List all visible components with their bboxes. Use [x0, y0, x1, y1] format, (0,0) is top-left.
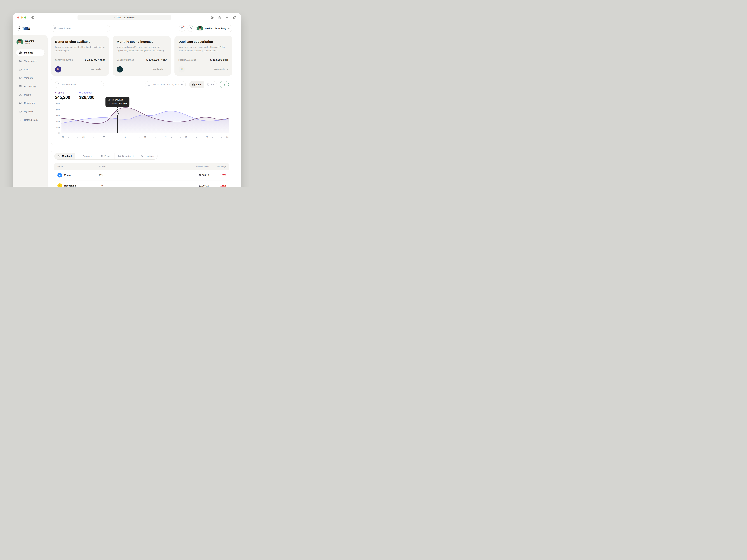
map-pin-icon: [140, 155, 143, 158]
people-icon: [100, 155, 103, 158]
x-tick-label: 21: [164, 136, 167, 138]
table-row-zoom[interactable]: Zoom 27% $2,865.10 ↑ 125%: [54, 170, 229, 181]
col-spend-pct: % Spend: [99, 165, 113, 167]
line-view-button[interactable]: Line: [189, 81, 204, 88]
see-details-link[interactable]: See details: [90, 68, 105, 71]
logo-text: filllo: [22, 26, 30, 31]
minimize-window-button[interactable]: [21, 17, 23, 19]
chart-tooltip: Spend: $45,200k Cash back: $26,300k: [105, 97, 129, 107]
chart-type-toggle: Line Bar: [189, 81, 217, 88]
sidebar-item-accounting[interactable]: Accounting: [16, 83, 45, 89]
sidebar-toggle-icon[interactable]: [30, 15, 35, 20]
x-tick: [135, 137, 135, 138]
notifications-button[interactable]: [187, 25, 194, 32]
sidebar-item-people[interactable]: People: [16, 91, 45, 98]
insight-card-better-pricing: Better pricing available Lower your annu…: [51, 36, 109, 76]
tab-marchant[interactable]: Marchant: [54, 153, 75, 159]
search-input[interactable]: [58, 27, 107, 30]
tab-department[interactable]: Department: [115, 153, 137, 159]
x-tick: [89, 137, 89, 138]
app-header: filllo Washim Chowdhury: [13, 22, 241, 35]
table-row-basecamp[interactable]: Basecamp 27% $2,356.10 ↑ 125%: [54, 181, 229, 187]
x-tick: [77, 137, 78, 138]
sidebar-item-transactions[interactable]: $ Transactions: [16, 58, 45, 64]
chart-filter-input[interactable]: [61, 83, 101, 86]
url-text: filllo-Finance.com: [117, 16, 135, 19]
basecamp-vendor-icon: [57, 183, 62, 187]
back-button[interactable]: [37, 15, 42, 20]
user-menu[interactable]: Washim Chowdhury: [196, 25, 232, 32]
spend-pct-value: 27%: [99, 185, 113, 187]
zoom-window-button[interactable]: [24, 17, 26, 19]
profile-name: Washim: [25, 39, 34, 42]
microsoft-icon: [179, 66, 185, 73]
sidebar-item-card[interactable]: Card: [16, 66, 45, 73]
spend-dot: [55, 92, 56, 93]
see-details-link[interactable]: See details: [213, 68, 228, 71]
x-tick: [217, 137, 217, 138]
wallet-icon: [19, 110, 22, 113]
global-search[interactable]: [51, 25, 110, 32]
cashback-label: Cashback: [82, 91, 92, 94]
bar-chart-icon: [206, 83, 209, 86]
data-point-marker[interactable]: [116, 109, 119, 111]
vendor-name: Zoom: [64, 174, 71, 177]
bar-view-button[interactable]: Bar: [204, 81, 217, 88]
tab-label: Marchant: [62, 155, 72, 157]
chart-filter[interactable]: [55, 81, 104, 88]
downloads-icon[interactable]: [210, 15, 214, 20]
sidebar-item-insights[interactable]: Insights: [16, 50, 45, 56]
sidebar-item-vendors[interactable]: Vendors: [16, 75, 45, 81]
change-value: ↑ 125%: [209, 174, 226, 177]
alerts-button[interactable]: [179, 25, 185, 32]
app-logo: filllo: [13, 26, 48, 31]
metric-label: POTENTIAL SAVING: [55, 59, 73, 61]
tab-people[interactable]: People: [97, 153, 115, 159]
line-chart[interactable]: Spend: $45,200k Cash back: $26,300k: [61, 101, 229, 133]
monthly-spend-value: $2,865.10: [179, 174, 209, 177]
zoom-vendor-icon: [57, 173, 62, 178]
card-description: More than one user is paying for Microso…: [179, 46, 228, 52]
sidebar-item-label: Vendors: [24, 77, 33, 79]
x-tick: [110, 137, 110, 138]
see-details-link[interactable]: See details: [152, 68, 167, 71]
forward-button[interactable]: [43, 15, 48, 20]
export-chart-button[interactable]: [220, 81, 229, 88]
tab-label: Categories: [83, 155, 93, 157]
tab-categories[interactable]: Categories: [75, 153, 97, 159]
tooltip-cashback-label: Cash back:: [108, 102, 118, 105]
y-axis: $50k$40k$30k$20k$10k$0: [55, 101, 61, 133]
monthly-spend-value: $2,356.10: [179, 185, 209, 187]
x-tick: [73, 137, 73, 138]
change-value: ↑ 125%: [209, 185, 226, 187]
insight-cards: Better pricing available Lower your annu…: [51, 36, 232, 76]
x-tick-label: 01: [61, 136, 64, 138]
sidebar-item-reimburse[interactable]: $ Reimburse: [16, 100, 45, 106]
tab-locations[interactable]: Locations: [137, 153, 157, 159]
see-details-label: See details: [213, 68, 225, 71]
close-window-button[interactable]: [17, 17, 19, 19]
card-title: Better pricing available: [55, 40, 105, 44]
address-bar[interactable]: filllo-Finance.com: [77, 15, 171, 20]
date-range-picker[interactable]: Dec 27, 2022 - Jan 03, 2023: [145, 81, 186, 88]
browser-window: filllo-Finance.com filllo: [13, 13, 241, 187]
tab-overview-icon[interactable]: [232, 15, 237, 20]
line-label: Line: [196, 83, 201, 86]
see-details-label: See details: [152, 68, 163, 71]
x-tick-label: 25: [185, 136, 188, 138]
chart-series-svg: [61, 101, 229, 133]
insight-card-duplicate-subscription: Duplicate subscription More than one use…: [175, 36, 232, 76]
change-pct: 125%: [221, 185, 226, 187]
sidebar-item-refer-earn[interactable]: Refer & Earn: [16, 117, 45, 123]
new-tab-icon[interactable]: [225, 15, 229, 20]
svg-text:$: $: [20, 60, 21, 62]
share-icon[interactable]: [217, 15, 222, 20]
sidebar-item-my-filllo[interactable]: My Filllo: [16, 108, 45, 115]
dropbox-icon: [55, 66, 61, 73]
user-avatar: [197, 26, 203, 31]
svg-text:$: $: [20, 103, 21, 104]
x-tick-label: 17: [144, 136, 147, 138]
x-tick: [114, 137, 114, 138]
legend-cashback: Cashback $26,300: [79, 91, 95, 100]
grid-icon: [118, 155, 121, 158]
